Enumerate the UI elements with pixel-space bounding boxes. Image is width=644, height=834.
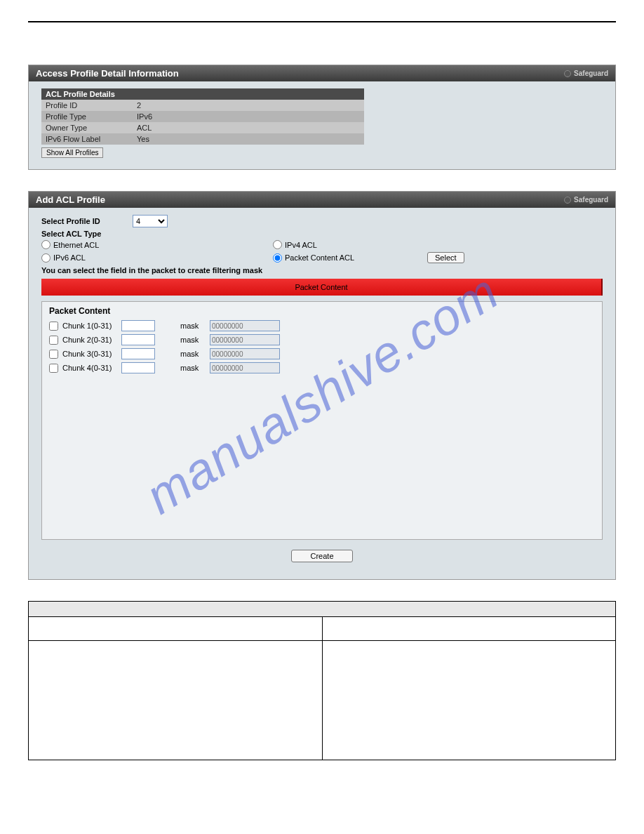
safeguard-text: Safeguard (574, 70, 608, 77)
ethernet-acl-label: Ethernet ACL (53, 241, 99, 249)
cell-key: Profile Type (41, 111, 133, 122)
chunk-row: Chunk 4(0-31) mask (49, 362, 595, 373)
param-key (29, 641, 323, 760)
cell-val: Yes (133, 133, 364, 145)
ipv4-acl-label: IPv4 ACL (285, 241, 317, 249)
ethernet-acl-radio-input[interactable] (41, 240, 51, 249)
chunk3-label: Chunk 3(0-31) (62, 350, 117, 358)
parameter-table-header (29, 602, 616, 617)
acl-profile-details-table: ACL Profile Details Profile ID 2 Profile… (41, 88, 364, 145)
panel-title: Access Profile Detail Information (36, 68, 179, 79)
ipv6-acl-label: IPv6 ACL (53, 253, 86, 262)
table-row (29, 641, 616, 760)
chunk3-checkbox[interactable] (49, 350, 58, 359)
table-row: Profile ID 2 (41, 100, 364, 111)
cell-key: Profile ID (41, 100, 133, 111)
create-button[interactable]: Create (291, 550, 352, 562)
chunk3-mask-input[interactable] (210, 348, 280, 359)
table-row: Profile Type IPv6 (41, 111, 364, 122)
chunk-row: Chunk 2(0-31) mask (49, 334, 595, 345)
table-header: ACL Profile Details (41, 88, 364, 100)
packet-content-title: Packet Content (49, 306, 595, 316)
ipv4-acl-radio[interactable]: IPv4 ACL (273, 240, 427, 249)
chunk3-value-input[interactable] (121, 348, 155, 359)
parameter-table (28, 601, 616, 760)
table-row: IPv6 Flow Label Yes (41, 133, 364, 145)
safeguard-icon (564, 197, 571, 204)
chunk1-value-input[interactable] (121, 320, 155, 331)
chunk2-mask-label: mask (180, 336, 206, 344)
param-val (322, 617, 616, 641)
safeguard-badge: Safeguard (564, 70, 608, 77)
cell-val: 2 (133, 100, 364, 111)
select-profile-id-label: Select Profile ID (41, 217, 133, 225)
panel-header: Access Profile Detail Information Safegu… (29, 65, 615, 81)
chunk2-checkbox[interactable] (49, 336, 58, 345)
chunk4-mask-input[interactable] (210, 362, 280, 373)
chunk2-mask-input[interactable] (210, 334, 280, 345)
chunk1-mask-label: mask (180, 322, 206, 330)
packet-content-band: Packet Content (41, 279, 603, 296)
chunk4-value-input[interactable] (121, 362, 155, 373)
safeguard-badge: Safeguard (564, 196, 608, 204)
panel-title: Add ACL Profile (36, 194, 105, 205)
chunk1-checkbox[interactable] (49, 322, 58, 331)
chunk4-label: Chunk 4(0-31) (62, 364, 117, 372)
panel-header: Add ACL Profile Safeguard (29, 192, 615, 208)
select-acl-type-label: Select ACL Type (41, 230, 133, 238)
add-acl-profile-panel: Add ACL Profile Safeguard Select Profile… (28, 191, 616, 580)
top-rule (28, 21, 616, 22)
ipv4-acl-radio-input[interactable] (273, 240, 282, 249)
filtering-mask-hint: You can select the field in the packet t… (41, 266, 603, 274)
chunk4-mask-label: mask (180, 364, 206, 372)
chunk3-mask-label: mask (180, 350, 206, 358)
table-row: Owner Type ACL (41, 122, 364, 133)
show-all-profiles-button[interactable]: Show All Profiles (41, 147, 103, 158)
packet-content-acl-radio[interactable]: Packet Content ACL (273, 253, 427, 263)
chunk-row: Chunk 1(0-31) mask (49, 320, 595, 331)
chunk-row: Chunk 3(0-31) mask (49, 348, 595, 359)
ipv6-acl-radio-input[interactable] (41, 253, 51, 263)
chunk4-checkbox[interactable] (49, 364, 58, 373)
table-row (29, 617, 616, 641)
cell-key: IPv6 Flow Label (41, 133, 133, 145)
chunk2-label: Chunk 2(0-31) (62, 336, 117, 344)
cell-val: ACL (133, 122, 364, 133)
packet-content-acl-label: Packet Content ACL (285, 253, 354, 262)
access-profile-detail-panel: Access Profile Detail Information Safegu… (28, 65, 616, 170)
ethernet-acl-radio[interactable]: Ethernet ACL (41, 240, 273, 249)
packet-content-acl-radio-input[interactable] (273, 253, 282, 263)
cell-val: IPv6 (133, 111, 364, 122)
select-button[interactable]: Select (427, 252, 464, 263)
param-key (29, 617, 323, 641)
ipv6-acl-radio[interactable]: IPv6 ACL (41, 253, 273, 263)
chunk1-mask-input[interactable] (210, 320, 280, 331)
safeguard-text: Safeguard (574, 196, 608, 204)
chunk1-label: Chunk 1(0-31) (62, 322, 117, 330)
packet-content-box: Packet Content Chunk 1(0-31) mask Chunk … (41, 301, 603, 540)
profile-id-select[interactable]: 4 (133, 215, 168, 227)
cell-key: Owner Type (41, 122, 133, 133)
safeguard-icon (564, 70, 571, 77)
chunk2-value-input[interactable] (121, 334, 155, 345)
param-val (322, 641, 616, 760)
